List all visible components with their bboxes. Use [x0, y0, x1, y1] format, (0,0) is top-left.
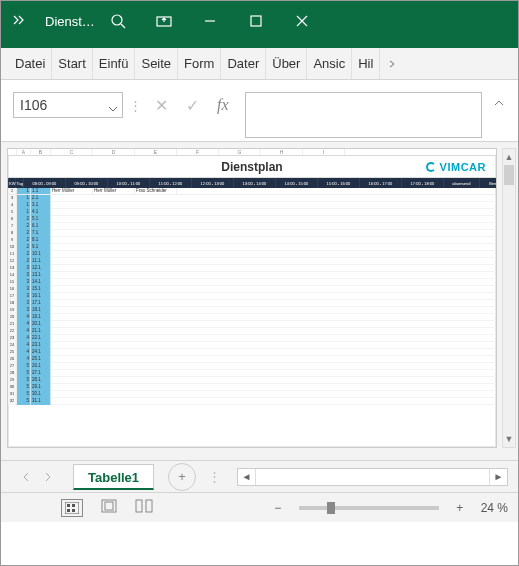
table-row[interactable]: 15314.1 — [8, 279, 496, 286]
more-icon[interactable] — [11, 13, 25, 30]
tab-ueberpruefen[interactable]: Über — [266, 48, 307, 79]
svg-rect-5 — [72, 504, 75, 507]
zoom-slider[interactable] — [299, 506, 439, 510]
zoom-in-button[interactable]: + — [453, 501, 467, 515]
chevron-down-icon[interactable] — [108, 101, 118, 117]
table-row[interactable]: 19318.1 — [8, 307, 496, 314]
formula-bar: I106 ⋮ ✕ ✓ fx — [1, 80, 518, 142]
minimize-button[interactable] — [187, 1, 233, 41]
table-row[interactable]: 514.1 — [8, 209, 496, 216]
table-row[interactable]: 928.1 — [8, 237, 496, 244]
tab-ansicht[interactable]: Ansic — [307, 48, 352, 79]
zoom-out-button[interactable]: − — [271, 501, 285, 515]
ribbon-display-icon[interactable] — [141, 1, 187, 41]
table-row[interactable]: 12211.1 — [8, 258, 496, 265]
formula-input[interactable] — [245, 92, 482, 138]
svg-point-0 — [112, 15, 122, 25]
window-title: Dienst… — [37, 14, 95, 29]
more-options-icon[interactable]: ⋮ — [202, 469, 227, 484]
horizontal-scrollbar[interactable]: ◄ ► — [237, 468, 508, 486]
table-row[interactable]: 29528.1 — [8, 377, 496, 384]
table-row[interactable]: 21420.1 — [8, 321, 496, 328]
normal-view-button[interactable] — [61, 499, 83, 517]
tab-start[interactable]: Start — [52, 48, 92, 79]
svg-rect-3 — [65, 502, 79, 514]
accept-button[interactable]: ✓ — [186, 96, 199, 115]
tab-formeln[interactable]: Form — [178, 48, 221, 79]
zoom-slider-thumb[interactable] — [327, 502, 335, 514]
table-row[interactable]: 14313.1 — [8, 272, 496, 279]
table-row[interactable]: 18317.1 — [8, 300, 496, 307]
sheet-title-row: Dienstplan VIMCAR — [8, 156, 496, 178]
table-row[interactable]: 17316.1 — [8, 293, 496, 300]
close-button[interactable] — [279, 1, 325, 41]
insert-function-button[interactable]: fx — [217, 96, 229, 114]
table-row[interactable]: 625.1 — [8, 216, 496, 223]
table-row[interactable]: 16315.1 — [8, 286, 496, 293]
scroll-right-icon[interactable]: ► — [489, 469, 507, 485]
search-icon[interactable] — [95, 1, 141, 41]
worksheet[interactable]: A B C D E F G H I Dienstplan VIMCAR KW T… — [7, 148, 497, 448]
table-row[interactable]: 2 1 1.1 Herr Müller Herr Müller Frau Sch… — [8, 188, 496, 195]
svg-rect-6 — [67, 509, 70, 512]
table-row[interactable]: 22421.1 — [8, 328, 496, 335]
sheet-title: Dienstplan — [221, 160, 282, 174]
prev-sheet-icon[interactable] — [15, 467, 37, 487]
next-sheet-icon[interactable] — [37, 467, 59, 487]
table-row[interactable]: 20419.1 — [8, 314, 496, 321]
vertical-scrollbar[interactable]: ▲ ▼ — [502, 148, 516, 448]
table-row[interactable]: 24423.1 — [8, 342, 496, 349]
maximize-button[interactable] — [233, 1, 279, 41]
svg-rect-4 — [67, 504, 70, 507]
svg-rect-7 — [72, 509, 75, 512]
sheet-tab-strip: Tabelle1 + ⋮ ◄ ► — [1, 460, 518, 492]
scroll-up-icon[interactable]: ▲ — [503, 149, 515, 165]
status-bar: − + 24 % — [1, 492, 518, 522]
table-row[interactable]: 27526.1 — [8, 363, 496, 370]
page-layout-view-button[interactable] — [101, 499, 117, 517]
sheet-tab-active[interactable]: Tabelle1 — [73, 464, 154, 490]
svg-rect-2 — [251, 16, 261, 26]
scroll-down-icon[interactable]: ▼ — [503, 431, 515, 447]
table-row[interactable]: 31530.1 — [8, 391, 496, 398]
tab-datei[interactable]: Datei — [1, 48, 52, 79]
table-row[interactable]: 1029.1 — [8, 244, 496, 251]
titlebar: Dienst… — [1, 1, 518, 41]
tab-einfuegen[interactable]: Einfü — [93, 48, 136, 79]
tab-seitenlayout[interactable]: Seite — [135, 48, 178, 79]
brand-ring-icon — [426, 162, 436, 172]
table-row[interactable]: 413.1 — [8, 202, 496, 209]
table-row[interactable]: 30529.1 — [8, 384, 496, 391]
table-row[interactable]: 32531.1 — [8, 398, 496, 405]
table-row[interactable]: 26425.1 — [8, 356, 496, 363]
svg-rect-9 — [105, 502, 113, 510]
table-row[interactable]: 25424.1 — [8, 349, 496, 356]
ribbon-tabs: Datei Start Einfü Seite Form Dater Über … — [1, 48, 518, 80]
column-headers[interactable]: A B C D E F G H I — [8, 149, 496, 156]
add-sheet-button[interactable]: + — [168, 463, 196, 491]
expand-formula-icon[interactable] — [490, 92, 508, 108]
page-break-view-button[interactable] — [135, 499, 153, 517]
scrollbar-thumb[interactable] — [504, 165, 514, 185]
table-row[interactable]: 827.1 — [8, 230, 496, 237]
tab-hilfe[interactable]: Hil — [352, 48, 380, 79]
table-row[interactable]: 726.1 — [8, 223, 496, 230]
separator-dots: ⋮ — [131, 92, 139, 118]
tab-daten[interactable]: Dater — [221, 48, 266, 79]
table-row[interactable]: 23422.1 — [8, 335, 496, 342]
table-row[interactable]: 13312.1 — [8, 265, 496, 272]
zoom-level[interactable]: 24 % — [481, 501, 508, 515]
brand-logo: VIMCAR — [426, 156, 486, 178]
svg-rect-11 — [146, 500, 152, 512]
cancel-button[interactable]: ✕ — [155, 96, 168, 115]
worksheet-area: A B C D E F G H I Dienstplan VIMCAR KW T… — [1, 142, 518, 460]
table-row[interactable]: 312.1 — [8, 195, 496, 202]
name-box-value: I106 — [20, 97, 47, 113]
table-row[interactable]: 28527.1 — [8, 370, 496, 377]
name-box[interactable]: I106 — [13, 92, 123, 118]
header-row: KW Tag 08:00 - 09:00 09:00 - 10:00 10:00… — [8, 178, 496, 188]
tabs-overflow-icon[interactable] — [380, 48, 406, 79]
svg-rect-10 — [136, 500, 142, 512]
scroll-left-icon[interactable]: ◄ — [238, 469, 256, 485]
table-row[interactable]: 11210.1 — [8, 251, 496, 258]
